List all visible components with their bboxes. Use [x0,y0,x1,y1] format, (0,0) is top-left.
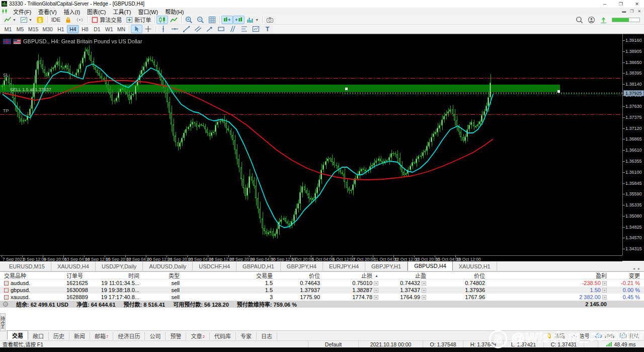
remove-tp-button[interactable]: × [422,288,426,293]
table-row[interactable]: gbpusd.16300982021.10.19 19:38:18.0...se… [0,287,644,294]
price-axis[interactable]: 1.391601.389051.386501.383951.381401.378… [622,34,644,255]
scroll-right-icon[interactable]: ▸ [638,266,640,271]
text-tool[interactable]: T [262,25,273,33]
toolbox-tab-邮箱[interactable]: 邮箱7 [90,332,113,340]
toolbox-tab-敞口[interactable]: 敞口 [28,332,49,340]
toolbox-tab-交易[interactable]: 交易 [7,330,28,340]
menu-item-i[interactable]: 插入(I) [60,8,84,15]
column-header[interactable]: 价位 [430,271,489,279]
timeframe-m15[interactable]: M15 [26,25,40,33]
mdi-restore-icon[interactable]: ❐ [630,9,633,14]
timeframe-mn[interactable]: MN [115,25,127,33]
connection-status[interactable]: 48.49 ms [598,341,644,347]
timeframe-h8[interactable]: H8 [79,25,91,33]
scroll-left-icon[interactable]: ◂ [633,266,635,271]
candle-mode-button[interactable] [156,16,168,24]
close-position-button[interactable]: × [602,288,607,293]
screenshot-button[interactable] [264,16,276,24]
timeframe-d1[interactable]: D1 [91,25,103,33]
column-header[interactable]: 止损▲ [324,271,382,279]
new-chart-button[interactable]: ▼ [2,16,18,24]
metaeditor-button[interactable]: IDE [49,16,62,24]
dropdown-arrow-icon[interactable]: ▼ [29,18,32,22]
timeframe-h4[interactable]: H4 [67,25,79,33]
close-position-button[interactable]: × [602,281,607,286]
table-row[interactable]: xauusd.16288892021.10.19 17:17:40.8...se… [0,294,644,301]
column-header[interactable]: 止盈 [382,271,430,279]
toolbox-tab-日志[interactable]: 日志 [257,332,277,340]
chart-shift-button[interactable] [233,16,245,24]
upload-status-icon[interactable] [600,16,607,24]
candlestick-chart[interactable] [0,34,622,255]
auto-scroll-button[interactable] [221,16,233,24]
toolbox-tab-经济日历[interactable]: 经济日历 [113,332,145,340]
dropdown-arrow-icon[interactable]: ▼ [255,18,259,22]
chart-tab-xauusdh1[interactable]: XAUUSD,H1 [453,262,497,271]
toolbox-tab-文章[interactable]: 文章2 [186,332,209,340]
fibonacci-tool[interactable] [238,25,250,33]
toolbox-tab-预警[interactable]: 预警 [166,332,186,340]
timeframe-h1[interactable]: H1 [55,25,67,33]
market-button[interactable] [62,16,74,24]
vertical-panel-tab[interactable]: 持仓H [0,313,6,331]
chart-tab-audusddaily[interactable]: AUDUSD,Daily [143,262,193,271]
menu-item-v[interactable]: 查看(V) [35,8,60,15]
chart-tab-gbpusdh4[interactable]: GBPUSD,H4 [408,261,453,271]
chart-tab-eurusdm15[interactable]: EURUSD,M15 [3,262,51,271]
positions-table-header[interactable]: 交易品种订单号时间类型交易量价位止损▲止盈价位盈利变更 [0,272,644,279]
timeframe-m5[interactable]: M5 [14,25,26,33]
remove-tp-button[interactable]: × [422,295,426,300]
column-header[interactable]: 类型 [143,271,184,279]
chart-tab-usdchfh4[interactable]: USDCHF,H4 [193,262,236,271]
rectangle-tool[interactable] [215,25,227,33]
crosshair-tool[interactable] [142,25,154,33]
menu-item-w[interactable]: 窗口(W) [134,8,162,15]
remove-tp-button[interactable]: × [422,281,426,286]
cursor-tool[interactable] [131,25,142,33]
remove-sl-button[interactable]: × [374,295,378,300]
column-header[interactable]: 变更 [611,271,644,279]
channel-tool[interactable] [192,25,204,33]
objects-tool[interactable] [250,25,262,33]
close-button[interactable]: ✕ [630,0,644,8]
menu-item-c[interactable]: 图表(C) [84,8,109,15]
status-profile[interactable]: Default [308,341,358,347]
remove-sl-button[interactable]: × [374,288,378,293]
user-icon[interactable] [588,16,595,24]
close-position-button[interactable]: × [602,295,607,300]
toolbox-tab-专家[interactable]: 专家 [236,332,257,340]
signals-small-button[interactable]: 信号 [570,332,590,339]
maximize-button[interactable]: ❐ [614,0,628,8]
column-header[interactable]: 时间 [102,271,143,279]
menu-item-f[interactable]: 文件(F) [10,8,35,15]
dropdown-arrow-icon[interactable]: ▼ [13,18,16,22]
stop-loss-label[interactable]: SL [3,73,9,78]
take-profit-label[interactable]: TP [3,108,9,113]
mdi-minimize-icon[interactable]: ▬ [622,9,626,14]
algo-trading-button[interactable]: 算法交易 [89,16,124,24]
chart-area[interactable]: GBPUSD., H4: Great Britain Pound vs US D… [0,34,644,261]
position-label[interactable]: SELL 1.5 at 1.37937 [10,87,51,92]
chart-tab-gbpjpyh4[interactable]: GBPJPY,H4 [281,262,323,271]
profiles-button[interactable]: ▼ [18,16,34,24]
fibo-fan-tool[interactable] [227,25,238,33]
tester-button[interactable]: 测试 [619,332,639,339]
remove-sl-button[interactable]: × [374,281,378,286]
mdi-window-controls[interactable]: ▬❐✕ [622,9,644,14]
indicators-button[interactable]: ▼ [245,16,261,24]
column-header[interactable]: 订单号 [62,271,102,279]
chart-tab-gbpjpyh1[interactable]: GBPJPY,H1 [365,262,408,271]
timeframe-m1[interactable]: M1 [2,25,14,33]
column-header[interactable]: 盈利 [489,271,611,279]
chart-tab-scroll-arrows[interactable]: ◂▸ [633,266,644,271]
search-icon[interactable] [576,16,583,24]
line-mode-button[interactable] [168,16,180,24]
timeframe-w1[interactable]: W1 [103,25,115,33]
vps-button[interactable]: VPS [595,332,614,339]
column-header[interactable]: 交易品种 [0,271,62,279]
time-axis[interactable]: 7 Sep 20218 Sep 12:009 Sep 20:0013 Sep 0… [0,255,622,261]
quotes-button[interactable]: $ [34,16,46,24]
chart-tab-xauusdh4[interactable]: XAUUSD,H4 [51,262,96,271]
toolbox-tab-代码库[interactable]: 代码库 [210,332,236,340]
horizontal-line-tool[interactable] [169,25,181,33]
